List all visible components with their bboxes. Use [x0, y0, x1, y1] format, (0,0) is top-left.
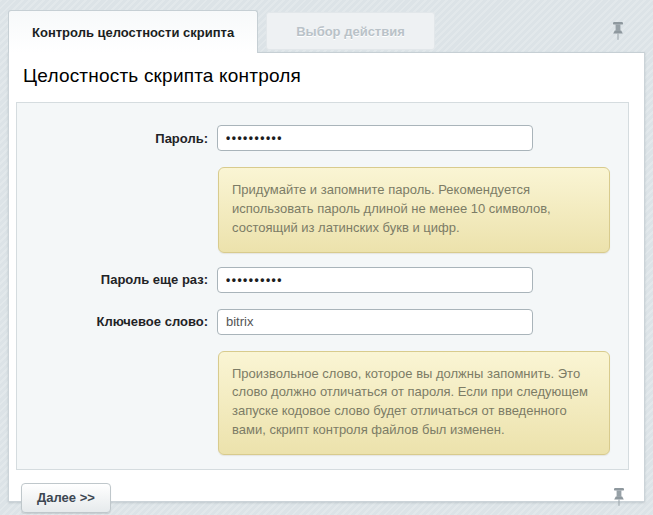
- keyword-row: Ключевое слово:: [17, 309, 628, 335]
- integrity-form: Пароль: Придумайте и запомните пароль. Р…: [16, 102, 629, 470]
- password-repeat-input[interactable]: [217, 267, 533, 293]
- keyword-label: Ключевое слово:: [17, 314, 217, 329]
- keyword-hint: Произвольное слово, которое вы должны за…: [218, 351, 610, 455]
- wizard-footer: Далее >>: [9, 470, 644, 513]
- password-repeat-row: Пароль еще раз:: [17, 267, 628, 293]
- password-repeat-label: Пароль еще раз:: [17, 272, 217, 287]
- password-input[interactable]: [217, 125, 533, 151]
- password-hint: Придумайте и запомните пароль. Рекоменду…: [218, 167, 610, 253]
- page-title: Целостность скрипта контроля: [9, 53, 644, 87]
- password-label: Пароль:: [17, 131, 217, 146]
- tab-bar: Контроль целостности скрипта Выбор дейст…: [0, 0, 653, 52]
- password-row: Пароль:: [17, 125, 628, 151]
- tab-script-integrity-control[interactable]: Контроль целостности скрипта: [8, 10, 258, 53]
- main-panel: Целостность скрипта контроля Пароль: При…: [8, 52, 645, 502]
- pin-icon: [611, 22, 625, 41]
- pin-icon[interactable]: [611, 22, 625, 41]
- keyword-input[interactable]: [217, 309, 533, 335]
- pin-icon[interactable]: [612, 488, 626, 507]
- next-button[interactable]: Далее >>: [21, 483, 111, 513]
- tab-action-select-disabled: Выбор действия: [266, 12, 435, 50]
- pin-icon: [612, 488, 626, 507]
